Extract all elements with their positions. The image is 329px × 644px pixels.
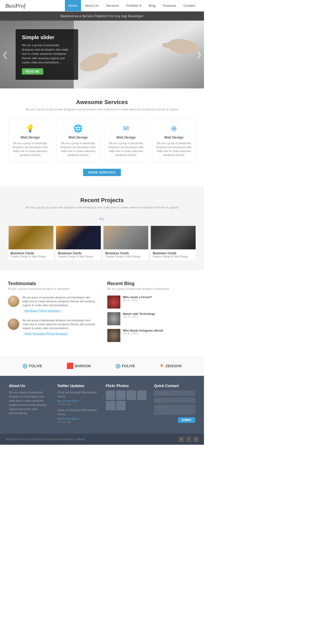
- testimonial-item-1: We are group of passionate designers and…: [8, 318, 97, 336]
- project-title-1: Business Cards: [58, 251, 99, 255]
- project-info-2: Business Cards Graphic Design & Web Desi…: [103, 249, 148, 260]
- footer-top: About Us We are a group of passionate de…: [0, 376, 204, 434]
- footer-contact-col: Quick Contact SUBMIT: [150, 384, 199, 426]
- nav-item-portfolio[interactable]: Portfolio ▾: [123, 0, 145, 11]
- flickr-thumb-5: [116, 401, 126, 410]
- more-services-button[interactable]: MORE SERVICES: [83, 169, 121, 176]
- testimonial-body-0: We are group of passionate designers and…: [22, 296, 97, 313]
- filter-all-link[interactable]: ALL: [99, 217, 105, 221]
- testimonials-column: Testimonials We are a group of passionat…: [8, 281, 97, 346]
- footer-about-text: We are a group of passionate designers a…: [9, 390, 50, 416]
- service-icon-2: ✉: [108, 124, 144, 133]
- nav-item-services[interactable]: Services: [102, 0, 123, 11]
- twitter-link-1[interactable]: http://t.co/aYSznrd: [57, 417, 79, 420]
- project-title-2: Business Cards: [105, 251, 146, 255]
- folive-icon-1: ◎: [22, 363, 27, 369]
- nav-item-contact[interactable]: Contact: [180, 0, 199, 11]
- service-title-2: Web Design: [108, 135, 144, 139]
- blog-post-date-1: Oct 31, 2013: [123, 315, 196, 318]
- hero-content-box: Simple slider We are a group of passiona…: [16, 29, 78, 80]
- testimonial-author-0: Hari Maliya (Theme developer): [22, 309, 62, 313]
- hero-prev-arrow[interactable]: ❮: [2, 50, 8, 59]
- project-card-2: Business Cards Graphic Design & Web Desi…: [103, 226, 148, 260]
- service-desc-1: We are a group of passionate designers a…: [60, 141, 96, 157]
- services-title-bold: Awesome: [76, 99, 103, 105]
- copyright-text: All Rights Reserved by BusiProf. Designe…: [5, 438, 76, 441]
- blog-info-0: Who needs a Ferrari? Oct 31, 2013: [123, 296, 196, 302]
- hero-title: Simple slider: [22, 34, 72, 40]
- project-sub-3: Graphic Design & Web Design.: [153, 255, 194, 258]
- social-icon-f[interactable]: f: [186, 436, 191, 442]
- project-info-1: Business Cards Graphic Design & Web Desi…: [56, 249, 101, 260]
- footer-social-icons: b f x: [178, 436, 199, 442]
- project-title-0: Business Cards: [11, 251, 51, 255]
- twitter-item-0: Check out this great #themedivest Theme …: [57, 390, 98, 406]
- zeisson-icon: ✦: [159, 363, 164, 369]
- nav-links: Home About Us Services Portfolio ▾ Blog …: [65, 0, 199, 11]
- brand-logo: BusiProf: [5, 2, 25, 9]
- services-title-rest: Services: [103, 99, 128, 105]
- footer-bottom: All Rights Reserved by BusiProf. Designe…: [0, 434, 204, 445]
- nav-item-features[interactable]: Features: [159, 0, 180, 11]
- blog-item-2: Who Needs Instagram afterall Oct 31, 201…: [107, 329, 196, 342]
- flickr-thumb-3: [137, 390, 146, 400]
- contact-email-input[interactable]: [154, 398, 195, 403]
- testimonial-author-1: Vibhor Purandare (Theme developer): [22, 332, 70, 336]
- blog-thumb-2: [107, 329, 120, 342]
- contact-message-input[interactable]: [154, 405, 195, 415]
- logo-folive-2: ◎ FOLIVE: [115, 363, 135, 369]
- twitter-time-0: 2 hours ago: [57, 403, 98, 406]
- twitter-link-0[interactable]: http://t.co/aYSznrd: [57, 400, 79, 402]
- nav-item-blog[interactable]: Blog: [145, 0, 159, 11]
- hero-read-me-button[interactable]: READ ME: [22, 68, 43, 75]
- project-card-0: Business Cards Graphic Design & Web Desi…: [9, 226, 53, 260]
- footer-flickr-col: Flickr Photos: [102, 384, 151, 426]
- flickr-grid: [106, 390, 147, 410]
- folive-icon-2: ◎: [115, 363, 120, 369]
- testimonial-text-0: We are group of passionate designers and…: [22, 296, 97, 307]
- footer-about-col: About Us We are a group of passionate de…: [5, 384, 54, 426]
- top-banner: Backend as a Service Plateform for Any A…: [0, 11, 204, 21]
- blog-thumb-1: [107, 312, 120, 325]
- blog-info-2: Who Needs Instagram afterall Oct 31, 201…: [123, 329, 196, 335]
- flickr-thumb-0: [106, 390, 115, 400]
- service-title-3: Web Design: [156, 135, 192, 139]
- two-col-section: Testimonials We are a group of passionat…: [0, 270, 204, 356]
- project-title-3: Business Cards: [153, 251, 194, 255]
- footer-contact-title: Quick Contact: [154, 384, 195, 388]
- nav-item-home[interactable]: Home: [65, 0, 81, 11]
- nav-item-about[interactable]: About Us: [81, 0, 102, 11]
- projects-heading: Recent Projects: [8, 197, 196, 204]
- twitter-time-1: 2 hours ago: [57, 420, 98, 423]
- blog-post-date-2: Oct 31, 2013: [123, 332, 196, 335]
- services-grid: 💡 Web Design We are a group of passionat…: [8, 119, 196, 162]
- blog-subtitle: We are a group of passionate designers &…: [107, 287, 196, 290]
- service-icon-1: 🌐: [60, 124, 96, 133]
- hero-next-arrow[interactable]: ❯: [196, 50, 202, 59]
- logo-barook: 🟥 BAROOK: [66, 363, 91, 369]
- project-image-0: [9, 226, 53, 249]
- projects-grid: Business Cards Graphic Design & Web Desi…: [8, 226, 196, 260]
- services-heading: Awesome Services: [8, 99, 196, 106]
- footer-twitter-col: Twitter Updates Check out this great #th…: [54, 384, 102, 426]
- contact-username-input[interactable]: [154, 390, 195, 396]
- testimonials-subtitle: We are a group of passionate designers &…: [8, 287, 97, 290]
- service-card-2: ✉ Web Design We are a group of passionat…: [104, 119, 148, 162]
- blog-post-date-0: Oct 31, 2013: [123, 299, 196, 302]
- project-info-0: Business Cards Graphic Design & Web Desi…: [9, 249, 53, 260]
- social-icon-x[interactable]: x: [193, 436, 199, 442]
- blog-item-0: Who needs a Ferrari? Oct 31, 2013: [107, 296, 196, 309]
- contact-submit-button[interactable]: SUBMIT: [178, 417, 195, 423]
- social-icon-b[interactable]: b: [178, 436, 184, 442]
- copyright-link[interactable]: Weorb.: [77, 438, 85, 441]
- zeisson-label: ZEISSON: [165, 364, 181, 368]
- svg-rect-0: [74, 21, 204, 88]
- recent-blog-column: Recent Blog We are a group of passionate…: [107, 281, 196, 346]
- folive-label-2: FOLIVE: [122, 364, 135, 368]
- project-image-1: [56, 226, 101, 249]
- logo-zeisson: ✦ ZEISSON: [159, 363, 181, 369]
- banner-text: Backend as a Service Plateform for Any A…: [61, 14, 144, 18]
- testimonial-avatar-0: [8, 296, 19, 307]
- project-info-3: Business Cards Graphic Design & Web Desi…: [151, 249, 196, 260]
- service-card-3: ⊕ Web Design We are a group of passionat…: [152, 119, 196, 162]
